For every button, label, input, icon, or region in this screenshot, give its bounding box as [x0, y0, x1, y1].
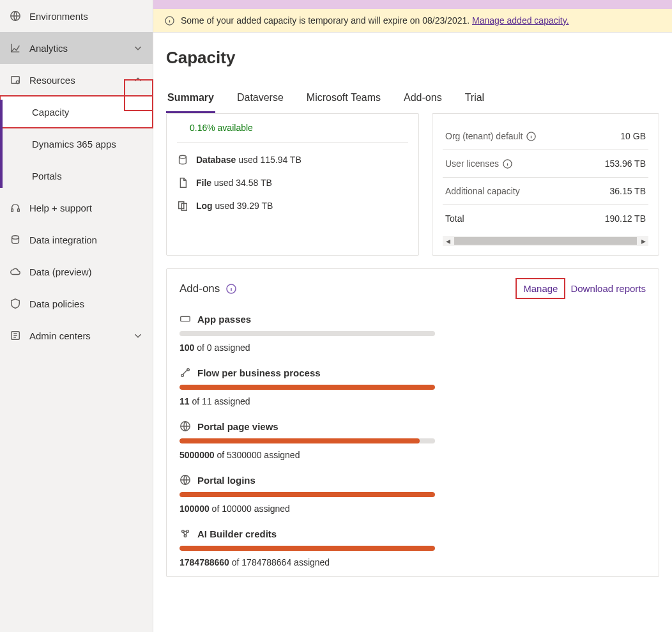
horizontal-scrollbar[interactable]: ◂ ▸ [443, 236, 648, 246]
svg-point-2 [16, 81, 19, 84]
addon-item: App passes100 of 0 assigned [167, 308, 659, 362]
sidebar-item-data-preview[interactable]: Data (preview) [0, 256, 153, 288]
svg-point-8 [179, 155, 187, 158]
addon-icon [179, 420, 191, 432]
download-reports-link[interactable]: Download reports [570, 283, 646, 294]
svg-point-15 [181, 374, 184, 377]
sidebar-sub-capacity[interactable]: Capacity [0, 96, 153, 128]
progress-fill [179, 546, 435, 551]
resources-subnav: Capacity Dynamics 365 apps Portals [0, 96, 153, 192]
scroll-thumb[interactable] [454, 237, 637, 245]
banner-link[interactable]: Manage added capacity. [472, 15, 569, 26]
chevron-down-icon [132, 330, 144, 341]
cell-value: 153.96 TB [605, 158, 646, 169]
progress-bar [179, 331, 435, 336]
cell-name: Org (tenant) default [445, 131, 523, 141]
sources-table: Org (tenant) default 10 GB User licenses… [443, 123, 648, 232]
addon-subtext: 1784788660 of 1784788664 assigned [179, 557, 646, 567]
scroll-left-icon[interactable]: ◂ [443, 236, 453, 246]
cell-value: 10 GB [620, 131, 646, 141]
tab-summary[interactable]: Summary [166, 87, 215, 113]
info-icon[interactable] [526, 132, 536, 141]
sidebar-item-environments[interactable]: Environments [0, 0, 153, 32]
usage-log: Log used 39.29 TB [177, 200, 408, 212]
divider [177, 142, 408, 143]
info-banner: Some of your added capacity is temporary… [153, 9, 672, 33]
usage-file: File used 34.58 TB [177, 177, 408, 189]
tab-teams[interactable]: Microsoft Teams [305, 87, 382, 113]
usage-text: Log used 39.29 TB [196, 201, 273, 211]
svg-point-5 [12, 236, 19, 239]
active-indicator [0, 100, 3, 188]
cell-value: 36.15 TB [609, 186, 646, 196]
sidebar-sub-dynamics[interactable]: Dynamics 365 apps [0, 128, 153, 160]
addon-name: Flow per business process [197, 367, 321, 378]
database-icon [177, 154, 188, 166]
sidebar-sub-portals[interactable]: Portals [0, 160, 153, 192]
progress-fill [179, 492, 435, 497]
tabs: Summary Dataverse Microsoft Teams Add-on… [153, 87, 672, 113]
main-content: Some of your added capacity is temporary… [153, 0, 672, 632]
shield-icon [9, 297, 22, 310]
progress-fill [179, 385, 435, 390]
sidebar-label: Data integration [29, 235, 97, 245]
addon-subtext: 11 of 11 assigned [179, 396, 646, 406]
sidebar-label: Help + support [29, 203, 92, 213]
info-icon[interactable] [503, 159, 512, 169]
sidebar-item-admin-centers[interactable]: Admin centers [0, 320, 153, 351]
tab-addons[interactable]: Add-ons [402, 87, 443, 113]
usage-text: Database used 115.94 TB [196, 155, 302, 165]
table-row-total: Total 190.12 TB [443, 205, 648, 232]
sidebar-sub-label: Dynamics 365 apps [32, 139, 116, 150]
sidebar-sub-label: Portals [32, 171, 62, 181]
table-row: User licenses 153.96 TB [443, 150, 648, 178]
usage-database: Database used 115.94 TB [177, 154, 408, 166]
chevron-down-icon [132, 42, 144, 54]
addon-item: Flow per business process11 of 11 assign… [167, 362, 659, 415]
svg-rect-14 [181, 316, 190, 321]
addon-icon [179, 474, 191, 486]
cell-name: User licenses [445, 158, 499, 169]
scroll-right-icon[interactable]: ▸ [638, 236, 648, 246]
addons-title: Add-ons [179, 282, 220, 295]
addon-item: Portal page views5000000 of 5300000 assi… [167, 415, 659, 469]
sidebar-label: Data (preview) [29, 266, 92, 277]
sidebar: Environments Analytics Resources Capacit… [0, 0, 153, 632]
sidebar-item-data-integration[interactable]: Data integration [0, 224, 153, 256]
sidebar-item-resources[interactable]: Resources [0, 64, 153, 96]
svg-rect-4 [18, 209, 20, 212]
sidebar-label: Environments [29, 11, 88, 22]
usage-text: File used 34.58 TB [196, 178, 272, 188]
progress-bar [179, 492, 435, 497]
info-icon[interactable] [226, 284, 236, 294]
addon-subtext: 100000 of 100000 assigned [179, 504, 646, 514]
manage-link[interactable]: Manage [517, 279, 564, 298]
banner-text: Some of your added capacity is temporary… [181, 15, 569, 26]
file-icon [177, 177, 188, 189]
progress-bar [179, 438, 435, 443]
svg-rect-1 [11, 77, 20, 84]
resources-icon [9, 73, 22, 86]
sidebar-label: Resources [29, 75, 75, 86]
page-title: Capacity [153, 33, 672, 74]
globe-icon [9, 10, 22, 22]
cell-name: Additional capacity [445, 186, 520, 196]
log-icon [177, 200, 188, 212]
chevron-up-icon [132, 74, 144, 86]
sidebar-item-analytics[interactable]: Analytics [0, 32, 153, 64]
integration-icon [9, 233, 22, 246]
addon-name: App passes [197, 314, 251, 325]
table-row: Org (tenant) default 10 GB [443, 123, 648, 150]
cloud-icon [9, 265, 22, 278]
addons-header: Add-ons Manage Download reports [167, 269, 659, 308]
cell-value: 190.12 TB [605, 213, 646, 224]
sidebar-item-data-policies[interactable]: Data policies [0, 288, 153, 320]
addon-name: AI Builder credits [197, 528, 277, 539]
addon-icon [179, 367, 191, 378]
addon-item: Portal logins100000 of 100000 assigned [167, 469, 659, 523]
progress-bar [179, 385, 435, 390]
summary-row: 0.16% available Database used 115.94 TB … [153, 113, 672, 256]
tab-trial[interactable]: Trial [464, 87, 486, 113]
sidebar-item-help[interactable]: Help + support [0, 192, 153, 224]
tab-dataverse[interactable]: Dataverse [236, 87, 285, 113]
